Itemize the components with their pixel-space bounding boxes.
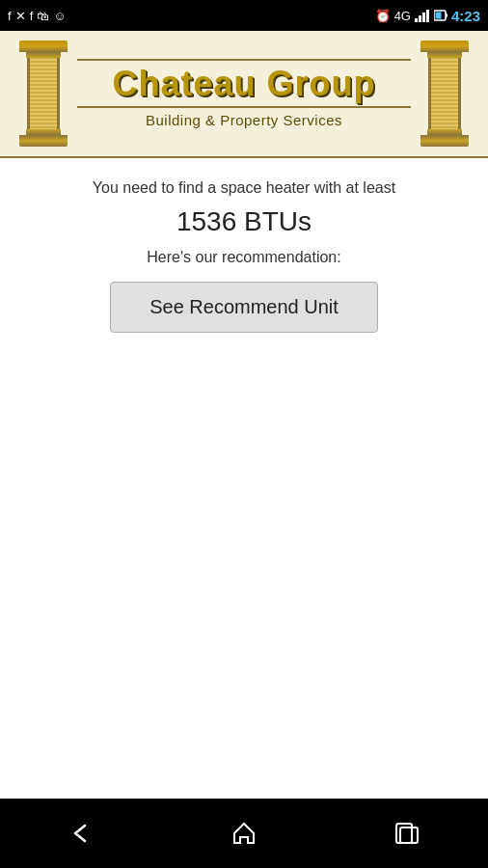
smiley-icon: ☺ xyxy=(53,9,66,23)
status-time: 4:23 xyxy=(451,8,480,24)
logo-border-bottom xyxy=(77,106,411,108)
back-icon xyxy=(68,822,95,845)
alarm-icon: ⏰ xyxy=(375,9,391,23)
pillar-base xyxy=(19,135,68,147)
recommendation-text: Here's our recommendation: xyxy=(147,249,340,266)
svg-rect-6 xyxy=(435,13,441,19)
pillar-base-r xyxy=(420,135,469,147)
signal-strength-icon xyxy=(415,9,430,22)
svg-rect-0 xyxy=(415,18,418,22)
svg-rect-8 xyxy=(400,827,418,843)
home-icon xyxy=(230,820,258,847)
see-recommend-unit-button[interactable]: See Recommend Unit xyxy=(110,282,378,333)
logo-border-top xyxy=(77,59,411,61)
svg-rect-3 xyxy=(426,10,429,22)
svg-rect-5 xyxy=(446,14,447,17)
signal-icon: ✕ xyxy=(15,9,26,23)
svg-rect-2 xyxy=(422,13,425,22)
description-text: You need to find a space heater with at … xyxy=(93,177,395,199)
back-button[interactable] xyxy=(52,814,110,853)
home-button[interactable] xyxy=(215,814,273,853)
status-bar: f ✕ f 🛍 ☺ ⏰ 4G 4:23 xyxy=(0,0,488,31)
network-label: 4G xyxy=(394,9,411,23)
facebook-icon: f xyxy=(8,9,12,23)
svg-rect-1 xyxy=(419,15,421,22)
logo-title: Chateau Group xyxy=(112,65,375,103)
btu-value: 1536 BTUs xyxy=(176,206,312,237)
status-bar-right: ⏰ 4G 4:23 xyxy=(375,8,480,24)
battery-icon xyxy=(434,9,447,22)
logo-text-area: Chateau Group Building & Property Servic… xyxy=(77,59,411,129)
main-content: Chateau Group Building & Property Servic… xyxy=(0,31,488,799)
pillar-cap xyxy=(19,41,68,52)
status-bar-left: f ✕ f 🛍 ☺ xyxy=(8,9,67,23)
right-pillar xyxy=(420,41,469,147)
pillar-cap-r xyxy=(420,41,469,52)
logo-subtitle: Building & Property Services xyxy=(146,112,342,128)
body-content: You need to find a space heater with at … xyxy=(0,158,488,799)
pillar-body xyxy=(27,58,60,129)
bottom-nav xyxy=(0,799,488,868)
bag-icon: 🛍 xyxy=(37,9,49,23)
facebook2-icon: f xyxy=(30,9,34,23)
recents-icon xyxy=(393,822,420,845)
header-logo: Chateau Group Building & Property Servic… xyxy=(0,31,488,158)
pillar-body-r xyxy=(428,58,461,129)
recents-button[interactable] xyxy=(378,814,436,853)
left-pillar xyxy=(19,41,68,147)
